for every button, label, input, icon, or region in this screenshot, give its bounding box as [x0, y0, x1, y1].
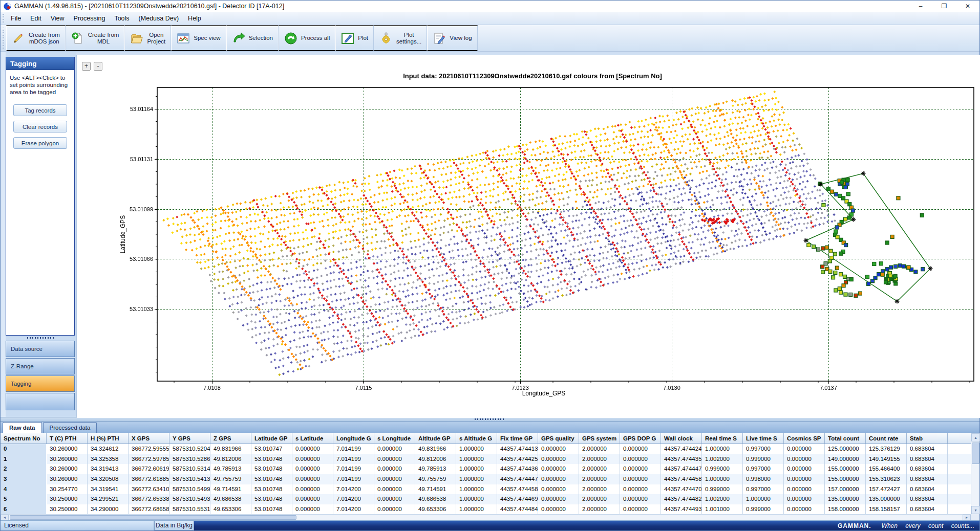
scroll-thumb[interactable] — [10, 515, 296, 520]
scroll-left-button[interactable]: ◂ — [1, 515, 9, 520]
table-cell: 0.999000 — [702, 464, 743, 474]
scroll-thumb[interactable] — [972, 442, 979, 464]
table-cell: 7.014199 — [333, 464, 374, 474]
zoom-in-button[interactable]: + — [82, 62, 91, 71]
minimize-button[interactable]: – — [909, 1, 932, 12]
column-header-real-time-s[interactable]: Real time S — [702, 433, 743, 444]
column-header-gps-dop-g[interactable]: GPS DOP G — [620, 433, 661, 444]
table-row[interactable]: 230.26000034.319413366772.606195875310.5… — [1, 464, 971, 474]
accordion-item-data-source[interactable]: Data source — [6, 341, 75, 357]
menu-item-file[interactable]: File — [6, 12, 26, 25]
map-plot-canvas[interactable] — [77, 55, 980, 418]
table-cell: 0.000000 — [374, 474, 415, 484]
table-row[interactable]: 330.26000034.320508366772.618855875310.5… — [1, 474, 971, 484]
table-cell: 0.000000 — [292, 444, 333, 454]
table-cell: 0.000000 — [620, 454, 661, 464]
units-status[interactable]: Data in Bq/kg — [154, 521, 194, 530]
accordion: Data sourceZ-RangeTagging — [6, 341, 75, 411]
view-log-button[interactable]: View log — [427, 25, 477, 51]
column-header-longitude-g[interactable]: Longitude G — [333, 433, 374, 444]
scroll-down-button[interactable]: ▾ — [971, 506, 980, 514]
create-from-mdos-json-button[interactable]: Create frommDOS json — [6, 25, 66, 51]
menu-item-help[interactable]: Help — [183, 12, 206, 25]
table-cell: 366772.63410 — [129, 484, 169, 495]
window-title: GAMMAN (1.49.96.815) - [20210610T112309O… — [14, 3, 284, 10]
table-cell: 155.000000 — [825, 464, 866, 474]
selection-button[interactable]: Selection — [226, 25, 279, 51]
column-header-s-longitude[interactable]: s Longitude — [374, 433, 415, 444]
column-header-s-latitude[interactable]: s Latitude — [292, 433, 333, 444]
panel-splitter[interactable] — [6, 336, 75, 340]
process-all-button[interactable]: Process all — [279, 25, 335, 51]
menu-item-tools[interactable]: Tools — [110, 12, 134, 25]
accordion-item-empty[interactable] — [6, 393, 75, 410]
table-cell: 44357.474447 — [661, 464, 702, 474]
column-header-gps-system[interactable]: GPS system — [579, 433, 620, 444]
tag-records-button[interactable]: Tag records — [13, 104, 67, 116]
menu-item-view[interactable]: View — [46, 12, 69, 25]
column-header-s-altitude-g[interactable]: s Altitude G — [456, 433, 497, 444]
column-header-z-gps[interactable]: Z GPS — [210, 433, 251, 444]
table-cell: 5875310.5204 — [169, 444, 210, 454]
column-header-y-gps[interactable]: Y GPS — [169, 433, 210, 444]
pencil-icon — [12, 32, 25, 45]
table-cell: 149.000000 — [825, 454, 866, 464]
plot-button[interactable]: Plot — [335, 25, 374, 51]
column-header-spectrum-no[interactable]: Spectrum No — [1, 433, 47, 444]
table-cell: 34.324612 — [88, 444, 129, 454]
column-header-gps-quality[interactable]: GPS quality — [538, 433, 579, 444]
table-row[interactable]: 630.25000034.290000366772.686585875310.5… — [1, 504, 971, 514]
column-header-total-count[interactable]: Total count — [825, 433, 866, 444]
maximize-button[interactable]: ❐ — [932, 1, 956, 12]
plot-settings-button[interactable]: Plotsettings... — [374, 25, 427, 51]
tab-raw-data[interactable]: Raw data — [3, 422, 42, 433]
table-cell: 0.000000 — [784, 494, 825, 504]
tab-processed-data[interactable]: Processed data — [43, 422, 97, 433]
scroll-up-button[interactable]: ▴ — [971, 433, 980, 441]
table-cell: 44357.474484 — [497, 504, 538, 514]
column-header-live-time-s[interactable]: Live time S — [743, 433, 784, 444]
column-header-wall-clock[interactable]: Wall clock — [661, 433, 702, 444]
column-header-cosmics-sp[interactable]: Cosmics SP — [784, 433, 825, 444]
table-cell: 366772.65338 — [129, 494, 169, 504]
accordion-item-tagging[interactable]: Tagging — [6, 375, 75, 392]
spec-view-button[interactable]: Spec view — [171, 25, 226, 51]
table-cell: 44357.474470 — [661, 484, 702, 495]
close-button[interactable]: ✕ — [956, 1, 979, 12]
table-row[interactable]: 130.26000034.325358366772.597855875310.5… — [1, 454, 971, 464]
vertical-scrollbar[interactable]: ▴ ▾ — [971, 433, 979, 514]
column-header-stab[interactable]: Stab — [907, 433, 948, 444]
column-header-h-pth[interactable]: H (%) PTH — [88, 433, 129, 444]
table-cell: 34.320508 — [88, 474, 129, 484]
table-cell: 157.472427 — [866, 484, 907, 495]
clear-records-button[interactable]: Clear records — [13, 121, 67, 132]
menu-item-medusa-dev[interactable]: (Medusa Dev) — [134, 12, 184, 25]
column-header-count-rate[interactable]: Count rate — [866, 433, 907, 444]
column-header-fix-time-gp[interactable]: Fix time GP — [497, 433, 538, 444]
column-header-altitude-gp[interactable]: Altitude GP — [415, 433, 456, 444]
scroll-right-button[interactable]: ▸ — [963, 515, 971, 520]
table-row[interactable]: 030.26000034.324612366772.595555875310.5… — [1, 444, 971, 454]
table-row[interactable]: 430.25477034.319541366772.634105875310.5… — [1, 484, 971, 495]
column-header-latitude-gp[interactable]: Latitude GP — [251, 433, 292, 444]
zoom-out-button[interactable]: - — [94, 62, 102, 71]
table-cell: 2.000000 — [579, 484, 620, 495]
menu-item-edit[interactable]: Edit — [26, 12, 46, 25]
table-cell: 1.001000 — [702, 504, 743, 514]
column-header-x-gps[interactable]: X GPS — [129, 433, 169, 444]
accordion-item-z-range[interactable]: Z-Range — [6, 358, 75, 374]
tagging-panel: Tagging Use <ALT><Click> to set points s… — [6, 57, 75, 336]
table-row[interactable]: 530.25000034.299521366772.653385875310.5… — [1, 494, 971, 504]
table-cell: 0.000000 — [538, 464, 579, 474]
erase-polygon-button[interactable]: Erase polygon — [13, 137, 67, 149]
horizontal-scrollbar[interactable]: ◂ ▸ — [1, 514, 971, 520]
create-from-mdl-button[interactable]: Create fromMDL — [66, 25, 125, 51]
table-cell: 0.683604 — [907, 454, 948, 464]
gear-icon — [379, 32, 393, 45]
menu-item-processing[interactable]: Processing — [69, 12, 110, 25]
grip-dots-icon — [475, 418, 505, 420]
column-header-t-c-pth[interactable]: T (C) PTH — [47, 433, 88, 444]
open-project-button[interactable]: OpenProject — [124, 25, 171, 51]
table-cell: 135.000000 — [825, 494, 866, 504]
toolbar-button-label-line: View log — [450, 35, 472, 41]
